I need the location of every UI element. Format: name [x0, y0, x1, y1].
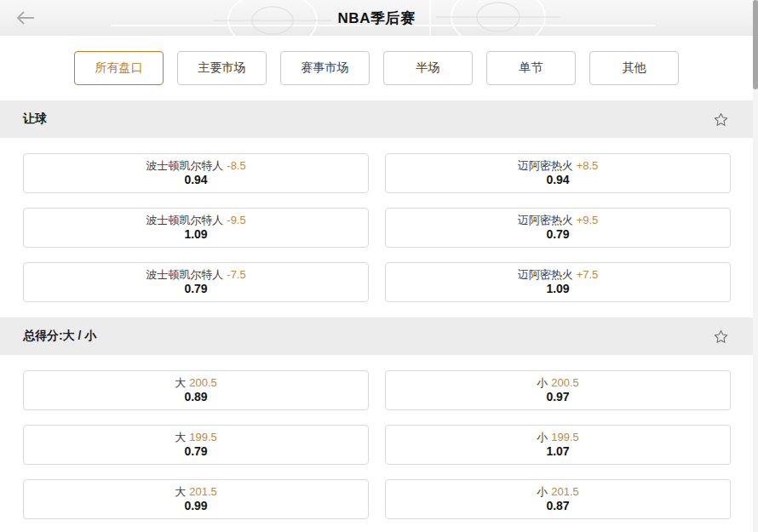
selection-name: 小	[537, 376, 548, 389]
page-title: NBA季后赛	[338, 9, 416, 28]
odds-label: 迈阿密热火+9.5	[518, 214, 599, 227]
odds-value: 0.89	[184, 390, 207, 405]
odds-value: 0.94	[546, 173, 569, 188]
odds-card-celtics-minus-8-5[interactable]: 波士顿凯尔特人-8.5 0.94	[23, 153, 369, 193]
odds-label: 大199.5	[175, 431, 217, 444]
odds-value: 0.97	[546, 390, 569, 405]
selection-name: 大	[175, 485, 186, 498]
selection-name: 大	[175, 431, 186, 443]
star-outline-icon	[713, 329, 729, 345]
odds-label: 小200.5	[537, 376, 579, 390]
line-value: +8.5	[577, 159, 599, 172]
section-title: 让球	[23, 112, 47, 127]
odds-label: 大200.5	[175, 376, 217, 390]
line-value: 200.5	[189, 376, 217, 389]
odds-card-over-199-5[interactable]: 大199.5 0.79	[23, 425, 369, 465]
odds-row: 大199.5 0.79 小199.5 1.07	[23, 425, 731, 465]
back-arrow-icon	[15, 10, 36, 26]
line-value: 201.5	[551, 485, 579, 498]
scrollbar-thumb[interactable]	[753, 0, 758, 89]
odds-card-under-201-5[interactable]: 小201.5 0.87	[385, 479, 731, 519]
team-name: 波士顿凯尔特人	[146, 214, 223, 226]
odds-card-under-200-5[interactable]: 小200.5 0.97	[385, 370, 731, 410]
odds-label: 小201.5	[537, 485, 579, 499]
team-name: 波士顿凯尔特人	[146, 159, 223, 172]
line-value: 199.5	[551, 431, 579, 443]
odds-card-over-201-5[interactable]: 大201.5 0.99	[23, 479, 369, 519]
selection-name: 小	[537, 485, 548, 498]
odds-label: 波士顿凯尔特人-7.5	[146, 268, 245, 282]
line-value: +7.5	[577, 268, 599, 281]
odds-label: 波士顿凯尔特人-8.5	[146, 159, 245, 173]
odds-label: 小199.5	[537, 431, 579, 444]
odds-grid: 波士顿凯尔特人-8.5 0.94 迈阿密热火+8.5 0.94 波士顿凯尔特人-…	[0, 138, 753, 317]
odds-card-heat-plus-7-5[interactable]: 迈阿密热火+7.5 1.09	[385, 262, 731, 302]
tab-main-markets[interactable]: 主要市场	[177, 51, 267, 85]
line-value: -7.5	[227, 268, 245, 281]
line-value: 201.5	[189, 485, 217, 498]
tab-quarter[interactable]: 单节	[486, 51, 576, 85]
favorite-button[interactable]	[710, 109, 731, 129]
star-outline-icon	[713, 112, 729, 128]
line-value: +9.5	[577, 214, 599, 226]
tab-match-markets[interactable]: 赛事市场	[280, 51, 370, 85]
odds-label: 波士顿凯尔特人-9.5	[146, 214, 245, 227]
team-name: 波士顿凯尔特人	[146, 268, 223, 281]
odds-card-over-200-5[interactable]: 大200.5 0.89	[23, 370, 369, 410]
odds-card-under-199-5[interactable]: 小199.5 1.07	[385, 425, 731, 465]
app-bar: NBA季后赛	[0, 0, 753, 36]
section-header: 总得分:大 / 小	[0, 317, 753, 355]
page-content: NBA季后赛 所有盘口 主要市场 赛事市场 半场 单节 其他 让球 波士顿凯尔特…	[0, 0, 753, 531]
team-name: 迈阿密热火	[518, 268, 573, 281]
odds-card-celtics-minus-9-5[interactable]: 波士顿凯尔特人-9.5 1.09	[23, 208, 369, 248]
odds-row: 波士顿凯尔特人-9.5 1.09 迈阿密热火+9.5 0.79	[23, 208, 731, 248]
odds-row: 波士顿凯尔特人-8.5 0.94 迈阿密热火+8.5 0.94	[23, 153, 731, 193]
tab-bar: 所有盘口 主要市场 赛事市场 半场 单节 其他	[0, 36, 753, 100]
odds-grid: 大200.5 0.89 小200.5 0.97 大199.5 0.79 小199…	[0, 355, 753, 531]
selection-name: 小	[537, 431, 548, 443]
section-header: 让球	[0, 100, 753, 138]
odds-label: 大201.5	[175, 485, 217, 499]
odds-card-heat-plus-8-5[interactable]: 迈阿密热火+8.5 0.94	[385, 153, 731, 193]
odds-row: 波士顿凯尔特人-7.5 0.79 迈阿密热火+7.5 1.09	[23, 262, 731, 302]
odds-value: 0.87	[546, 499, 569, 514]
line-value: -8.5	[227, 159, 245, 172]
favorite-button[interactable]	[710, 326, 731, 346]
odds-value: 0.79	[184, 444, 207, 460]
line-value: 200.5	[551, 376, 579, 389]
section-handicap: 让球 波士顿凯尔特人-8.5 0.94 迈阿密热火+8.5 0.94	[0, 100, 753, 317]
odds-value: 0.79	[546, 227, 569, 243]
line-value: -9.5	[227, 214, 245, 226]
tab-all-markets[interactable]: 所有盘口	[74, 51, 164, 85]
odds-value: 1.09	[184, 227, 207, 243]
odds-row: 大201.5 0.99 小201.5 0.87	[23, 479, 731, 519]
odds-label: 迈阿密热火+7.5	[518, 268, 599, 282]
selection-name: 大	[175, 376, 186, 389]
odds-row: 大200.5 0.89 小200.5 0.97	[23, 370, 731, 410]
section-total-points: 总得分:大 / 小 大200.5 0.89 小200.5 0.97	[0, 317, 753, 531]
team-name: 迈阿密热火	[518, 159, 573, 172]
line-value: 199.5	[189, 431, 217, 443]
odds-value: 1.07	[546, 444, 569, 460]
tab-half[interactable]: 半场	[383, 51, 473, 85]
odds-label: 迈阿密热火+8.5	[518, 159, 599, 173]
odds-card-celtics-minus-7-5[interactable]: 波士顿凯尔特人-7.5 0.79	[23, 262, 369, 302]
team-name: 迈阿密热火	[518, 214, 573, 226]
odds-value: 0.79	[184, 282, 207, 297]
scrollbar-track[interactable]	[753, 0, 758, 532]
odds-value: 0.99	[184, 499, 207, 514]
odds-card-heat-plus-9-5[interactable]: 迈阿密热火+9.5 0.79	[385, 208, 731, 248]
back-button[interactable]	[12, 6, 39, 30]
odds-value: 0.94	[184, 173, 207, 188]
tab-other[interactable]: 其他	[589, 51, 679, 85]
odds-value: 1.09	[546, 282, 569, 297]
section-title: 总得分:大 / 小	[23, 329, 96, 344]
